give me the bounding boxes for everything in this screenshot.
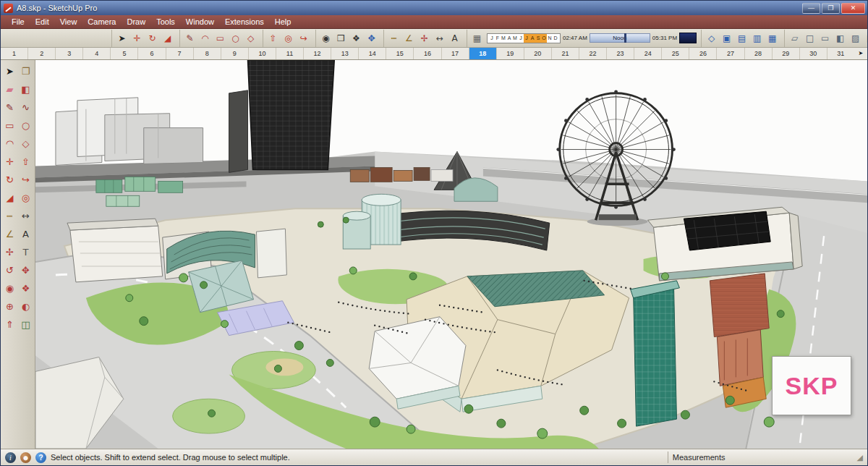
zoom-extents-tool-button[interactable]: ❖ (349, 30, 364, 46)
text-tool-button[interactable]: A (18, 225, 33, 243)
polygon-tool-button[interactable]: ◇ (18, 135, 33, 153)
dimension-tool-button[interactable]: ↔ (18, 207, 33, 225)
day-12[interactable]: 12 (303, 48, 331, 59)
line-tool-button[interactable]: ✎ (182, 30, 197, 46)
menu-tools[interactable]: Tools (151, 16, 180, 27)
day-11[interactable]: 11 (276, 48, 303, 59)
rectangle-tool-button[interactable]: ▭ (213, 30, 228, 46)
menu-help[interactable]: Help (270, 16, 297, 27)
circle-tool-button[interactable]: ○ (18, 116, 33, 135)
day-29[interactable]: 29 (772, 48, 799, 59)
look-around-tool-button[interactable]: ◐ (18, 297, 33, 315)
menu-draw[interactable]: Draw (122, 16, 150, 27)
pan-tool-button[interactable]: ✥ (364, 30, 379, 46)
freehand-tool-button[interactable]: ∿ (18, 98, 33, 116)
day-23[interactable]: 23 (606, 48, 634, 59)
measurements-input[interactable] (730, 452, 853, 463)
menu-view[interactable]: View (55, 16, 82, 27)
day-1[interactable]: 1 (1, 48, 27, 59)
axes-tool-button[interactable]: ✢ (417, 30, 432, 46)
back-view-button[interactable]: ▦ (765, 30, 780, 46)
day-16[interactable]: 16 (413, 48, 441, 59)
day-10[interactable]: 10 (248, 48, 276, 59)
arc-tool-button[interactable]: ◠ (2, 135, 17, 153)
position-camera-tool-button[interactable]: ⊕ (2, 297, 17, 315)
menu-window[interactable]: Window (181, 16, 219, 27)
viewport-3d-scene[interactable] (35, 60, 867, 449)
zoom-window-tool-button[interactable]: ❒ (333, 30, 349, 46)
monochrome-style-button[interactable]: ◨ (863, 30, 867, 46)
move-tool-button[interactable]: ✛ (2, 153, 17, 171)
day-15[interactable]: 15 (386, 48, 413, 59)
hidden-line-style-button[interactable]: ▭ (817, 30, 833, 46)
section-plane-tool-button[interactable]: ◫ (18, 315, 33, 334)
orbit-tool-button[interactable]: ↺ (2, 261, 17, 279)
day-20[interactable]: 20 (524, 48, 551, 59)
day-6[interactable]: 6 (137, 48, 165, 59)
xray-style-button[interactable]: ▱ (787, 30, 802, 46)
rotate-tool-button[interactable]: ↻ (145, 30, 160, 46)
menu-camera[interactable]: Camera (82, 16, 121, 27)
day-14[interactable]: 14 (358, 48, 386, 59)
resize-grip-icon[interactable]: ◢ (857, 453, 863, 462)
shadow-time-display[interactable] (679, 33, 697, 43)
make-component-tool-button[interactable]: ❐ (18, 62, 33, 80)
day-22[interactable]: 22 (579, 48, 606, 59)
shadow-time-slider[interactable]: Noon (590, 33, 650, 43)
tape-measure-tool-button[interactable]: ┉ (2, 207, 17, 225)
menu-edit[interactable]: Edit (30, 16, 54, 27)
protractor-tool-button[interactable]: ∠ (401, 30, 417, 46)
rotate-tool-button[interactable]: ↻ (2, 171, 17, 189)
shadow-month-slider[interactable]: JFMAMJJASOND (487, 33, 561, 43)
day-19[interactable]: 19 (496, 48, 524, 59)
polygon-tool-button[interactable]: ◇ (243, 30, 258, 46)
user-icon[interactable]: ☻ (20, 452, 31, 463)
circle-tool-button[interactable]: ○ (228, 30, 243, 46)
menu-file[interactable]: File (7, 16, 30, 27)
zoom-tool-button[interactable]: ◉ (2, 279, 17, 297)
select-tool-button[interactable]: ➤ (114, 30, 129, 46)
wireframe-style-button[interactable]: □ (802, 30, 817, 46)
day-27[interactable]: 27 (716, 48, 744, 59)
menu-extensions[interactable]: Extensions (220, 16, 269, 27)
right-view-button[interactable]: ▥ (749, 30, 765, 46)
scale-tool-button[interactable]: ◢ (2, 189, 17, 207)
zoom-tool-button[interactable]: ◉ (318, 30, 333, 46)
day-8[interactable]: 8 (193, 48, 221, 59)
help-icon[interactable]: ? (35, 452, 46, 463)
viewport[interactable]: SKP (35, 60, 867, 449)
push-pull-tool-button[interactable]: ⇧ (18, 153, 33, 171)
day-5[interactable]: 5 (110, 48, 137, 59)
day-2[interactable]: 2 (27, 48, 55, 59)
day-21[interactable]: 21 (551, 48, 579, 59)
protractor-tool-button[interactable]: ∠ (2, 225, 17, 243)
textured-style-button[interactable]: ▨ (848, 30, 863, 46)
eraser-tool-button[interactable]: ▰ (2, 80, 17, 98)
day-18[interactable]: 18 (469, 48, 496, 59)
close-button[interactable]: ✕ (841, 3, 865, 14)
maximize-button[interactable]: ❐ (822, 3, 840, 14)
day-30[interactable]: 30 (799, 48, 827, 59)
day-28[interactable]: 28 (744, 48, 772, 59)
shaded-style-button[interactable]: ◧ (833, 30, 848, 46)
shadow-toggle-button[interactable]: ▦ (469, 30, 485, 46)
follow-me-tool-button[interactable]: ↪ (18, 171, 33, 189)
select-tool-button[interactable]: ➤ (2, 62, 17, 80)
axes-tool-button[interactable]: ✢ (2, 243, 17, 261)
offset-tool-button[interactable]: ◎ (281, 30, 296, 46)
dimension-tool-button[interactable]: ↔ (432, 30, 447, 46)
ruler-cursor-icon[interactable]: ➤ (854, 48, 867, 59)
top-view-button[interactable]: ▣ (719, 30, 734, 46)
day-4[interactable]: 4 (82, 48, 110, 59)
move-tool-button[interactable]: ✛ (129, 30, 145, 46)
day-3[interactable]: 3 (55, 48, 82, 59)
day-9[interactable]: 9 (221, 48, 248, 59)
paint-bucket-tool-button[interactable]: ◧ (18, 80, 33, 98)
rectangle-tool-button[interactable]: ▭ (2, 116, 17, 135)
tape-measure-tool-button[interactable]: ┉ (386, 30, 401, 46)
iso-view-button[interactable]: ◇ (704, 30, 719, 46)
day-31[interactable]: 31 (827, 48, 854, 59)
scale-tool-button[interactable]: ◢ (160, 30, 175, 46)
text-tool-button[interactable]: A (447, 30, 462, 46)
day-26[interactable]: 26 (689, 48, 716, 59)
